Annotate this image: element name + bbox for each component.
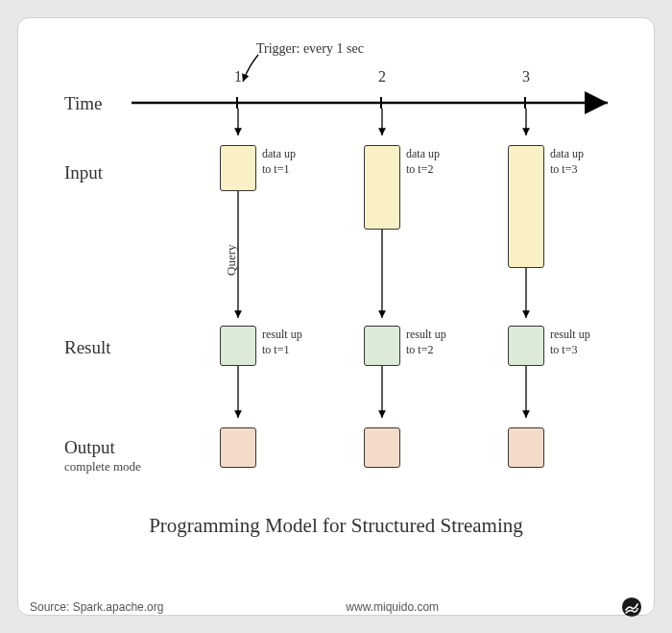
footer-source: Source: Spark.apache.org: [30, 600, 163, 614]
arrow-result-output-2: [376, 366, 388, 426]
tick-2: 2: [372, 68, 392, 85]
diagram-caption: Programming Model for Structured Streami…: [36, 514, 636, 538]
row-label-output: Output: [64, 437, 115, 458]
footer-site: www.miquido.com: [346, 600, 439, 614]
tick-1: 1: [228, 68, 248, 85]
result-caption-2: result up to t=2: [406, 328, 464, 357]
result-caption-1: result up to t=1: [262, 328, 320, 357]
tick-3: 3: [516, 68, 536, 85]
arrow-input-result-3: [520, 268, 532, 326]
result-caption-3: result up to t=3: [550, 328, 608, 357]
output-box-3: [508, 427, 544, 468]
row-label-time: Time: [64, 93, 102, 114]
input-caption-3: data up to t=3: [550, 147, 608, 177]
row-label-input: Input: [64, 162, 103, 183]
result-box-3: [508, 326, 544, 366]
input-box-3: [508, 145, 544, 268]
diagram-footer: Source: Spark.apache.org www.miquido.com: [18, 596, 654, 618]
brand-logo-icon: [621, 596, 642, 618]
output-box-1: [220, 427, 256, 468]
diagram-frame: Trigger: every 1 sec 1 2 3 Time: [17, 17, 655, 616]
input-box-2: [364, 145, 400, 230]
query-label: Query: [224, 245, 239, 277]
arrow-result-output-3: [520, 366, 532, 426]
diagram-canvas: Trigger: every 1 sec 1 2 3 Time: [36, 37, 636, 575]
result-box-2: [364, 326, 400, 366]
row-label-result: Result: [64, 337, 111, 358]
input-caption-2: data up to t=2: [406, 147, 464, 177]
arrow-time-input-1: [232, 109, 244, 143]
output-box-2: [364, 427, 400, 468]
row-label-output-sub: complete mode: [64, 459, 141, 475]
input-caption-1: data up to t=1: [262, 147, 320, 177]
arrow-time-input-2: [376, 109, 388, 143]
arrow-time-input-3: [520, 109, 532, 143]
trigger-annotation: Trigger: every 1 sec: [256, 41, 364, 57]
result-box-1: [220, 326, 256, 366]
arrow-result-output-1: [232, 366, 244, 426]
arrow-input-result-2: [376, 230, 388, 326]
input-box-1: [220, 145, 256, 191]
